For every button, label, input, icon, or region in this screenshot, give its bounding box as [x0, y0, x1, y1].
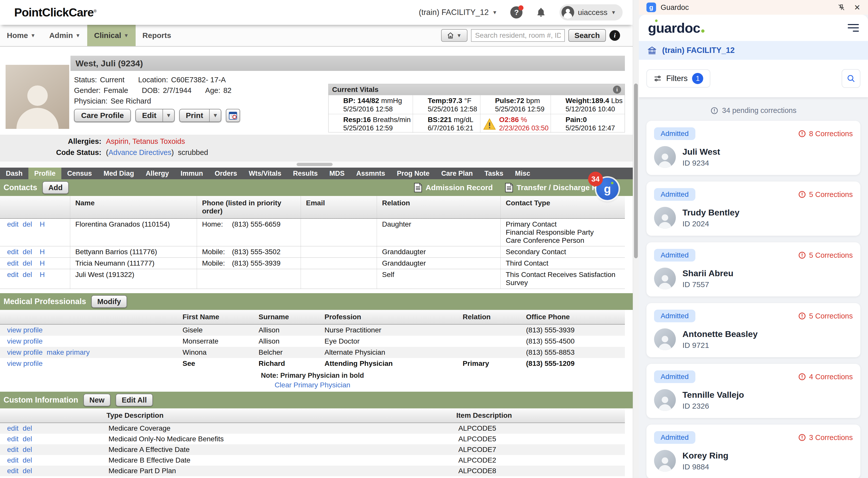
- nav-home[interactable]: Home▼: [0, 25, 42, 46]
- chevron-down-icon[interactable]: ▼: [162, 109, 174, 122]
- advance-directives-link[interactable]: Advance Directives: [108, 148, 172, 157]
- user-menu[interactable]: uiaccess ▼: [559, 4, 623, 21]
- make-primary-link[interactable]: make primary: [46, 348, 90, 357]
- edit-link[interactable]: edit: [7, 466, 19, 475]
- info-icon[interactable]: i: [613, 86, 621, 94]
- edit-split-button[interactable]: Edit ▼: [135, 109, 175, 122]
- del-link[interactable]: del: [23, 477, 32, 478]
- chevron-down-icon[interactable]: ▼: [209, 109, 221, 122]
- tab-allergy[interactable]: Allergy: [140, 168, 175, 179]
- edit-all-button[interactable]: Edit All: [116, 394, 153, 406]
- patient-card-korey-ring[interactable]: Admitted 3 Corrections Korey Ring ID 988…: [646, 424, 860, 478]
- edit-link[interactable]: edit: [7, 424, 19, 433]
- corrections-count: 8 Corrections: [798, 130, 853, 138]
- tab-med-diag[interactable]: Med Diag: [98, 168, 140, 179]
- facility-selector[interactable]: (train) FACILITY_12 ▼: [419, 8, 497, 17]
- new-button[interactable]: New: [84, 394, 111, 406]
- tab-census[interactable]: Census: [61, 168, 98, 179]
- patient-id: ID 9721: [682, 341, 758, 350]
- menu-icon[interactable]: [848, 24, 859, 32]
- del-link[interactable]: del: [23, 248, 32, 256]
- del-link[interactable]: del: [23, 435, 32, 444]
- patient-card-antonette-beasley[interactable]: Admitted 5 Corrections Antonette Beasley…: [646, 303, 860, 357]
- notifications-bell-button[interactable]: [536, 7, 546, 18]
- tab-wts-vitals[interactable]: Wts/Vitals: [243, 168, 287, 179]
- del-link[interactable]: del: [23, 466, 32, 475]
- unpin-icon[interactable]: [837, 3, 845, 11]
- guardoc-facility-row[interactable]: (train) FACILITY_12: [639, 41, 868, 60]
- horizontal-scrollbar[interactable]: [0, 162, 633, 168]
- green-dot: [611, 182, 614, 184]
- history-link[interactable]: H: [40, 220, 45, 245]
- view-profile-link[interactable]: view profile: [7, 348, 42, 357]
- care-profile-button[interactable]: Care Profile: [74, 109, 131, 122]
- patient-card-trudy-bentley[interactable]: Admitted 5 Corrections Trudy Bentley ID …: [646, 181, 860, 236]
- view-profile-link[interactable]: view profile: [7, 359, 42, 368]
- document-icon: [504, 183, 514, 193]
- search-button[interactable]: Search: [568, 29, 606, 42]
- del-link[interactable]: del: [23, 220, 32, 245]
- calendar-button[interactable]: [226, 109, 240, 122]
- contact-type: This Contact Receives Satisfaction Surve…: [500, 269, 625, 288]
- edit-link[interactable]: edit: [7, 248, 19, 256]
- add-contact-button[interactable]: Add: [42, 181, 69, 194]
- search-input[interactable]: [471, 29, 565, 42]
- del-link[interactable]: del: [23, 456, 32, 465]
- primary-physician-note: Note: Primary Physician in bold: [0, 372, 625, 379]
- tab-profile[interactable]: Profile: [28, 168, 61, 179]
- edit-link[interactable]: edit: [7, 445, 19, 454]
- del-link[interactable]: del: [23, 424, 32, 433]
- edit-link[interactable]: edit: [7, 259, 19, 267]
- nav-clinical[interactable]: Clinical▼: [87, 25, 135, 46]
- history-link[interactable]: H: [40, 248, 45, 256]
- guardoc-floating-button[interactable]: g 34: [596, 178, 619, 200]
- admission-record-link[interactable]: Admission Record: [413, 183, 493, 193]
- vital-pain: Pain:0 5/25/2016 12:47: [551, 114, 625, 133]
- edit-link[interactable]: edit: [7, 220, 19, 245]
- contact-relation: Granddaugter: [377, 246, 500, 258]
- del-link[interactable]: del: [23, 271, 32, 287]
- filters-icon: [654, 74, 662, 82]
- horizontal-scrollbar-thumb[interactable]: [297, 163, 333, 166]
- del-link[interactable]: del: [23, 259, 32, 267]
- history-link[interactable]: H: [40, 271, 45, 287]
- nav-admin[interactable]: Admin▼: [42, 25, 87, 46]
- mp-row-primary: view profile See Richard Attending Physi…: [0, 358, 625, 369]
- tab-dash[interactable]: Dash: [0, 168, 28, 179]
- tab-tasks[interactable]: Tasks: [478, 168, 509, 179]
- view-profile-link[interactable]: view profile: [7, 337, 42, 346]
- tab-results[interactable]: Results: [287, 168, 324, 179]
- search-scope-dropdown[interactable]: ▼: [441, 29, 467, 42]
- edit-link[interactable]: edit: [7, 435, 19, 444]
- print-split-button[interactable]: Print ▼: [179, 109, 221, 122]
- tab-orders[interactable]: Orders: [209, 168, 243, 179]
- edit-link[interactable]: edit: [7, 477, 19, 478]
- medical-professionals-title: Medical Professionals: [4, 297, 86, 306]
- modify-button[interactable]: Modify: [91, 295, 127, 308]
- tab-mds[interactable]: MDS: [323, 168, 350, 179]
- clear-primary-physician-link[interactable]: Clear Primary Physician: [275, 381, 350, 389]
- edit-link[interactable]: edit: [7, 456, 19, 465]
- help-button[interactable]: ?: [510, 6, 523, 19]
- edit-link[interactable]: edit: [7, 271, 19, 287]
- vertical-scrollbar[interactable]: [633, 0, 639, 478]
- guardoc-search-button[interactable]: [842, 69, 860, 88]
- patient-id: ID 2024: [682, 219, 740, 228]
- view-profile-link[interactable]: view profile: [7, 326, 42, 335]
- vertical-scrollbar-thumb[interactable]: [634, 83, 638, 258]
- close-icon[interactable]: ✕: [854, 3, 860, 12]
- tab-assmnts[interactable]: Assmnts: [350, 168, 391, 179]
- tab-care-plan[interactable]: Care Plan: [435, 168, 478, 179]
- del-link[interactable]: del: [23, 445, 32, 454]
- tab-misc[interactable]: Misc: [509, 168, 536, 179]
- patient-card-juli-west[interactable]: Admitted 8 Corrections Juli West ID 9234: [646, 121, 860, 175]
- tab-immun[interactable]: Immun: [175, 168, 209, 179]
- ci-row: editdel Medicare A Effective Date ALPCOD…: [0, 444, 625, 455]
- tab-prog-note[interactable]: Prog Note: [391, 168, 435, 179]
- patient-card-tennille-vallejo[interactable]: Admitted 4 Corrections Tennille Vallejo …: [646, 364, 860, 418]
- history-link[interactable]: H: [40, 259, 45, 267]
- nav-reports[interactable]: Reports: [135, 25, 178, 46]
- info-icon[interactable]: i: [610, 30, 620, 41]
- filters-button[interactable]: Filters 1: [646, 69, 710, 88]
- patient-card-sharii-abreu[interactable]: Admitted 5 Corrections Sharii Abreu ID 7…: [646, 242, 860, 297]
